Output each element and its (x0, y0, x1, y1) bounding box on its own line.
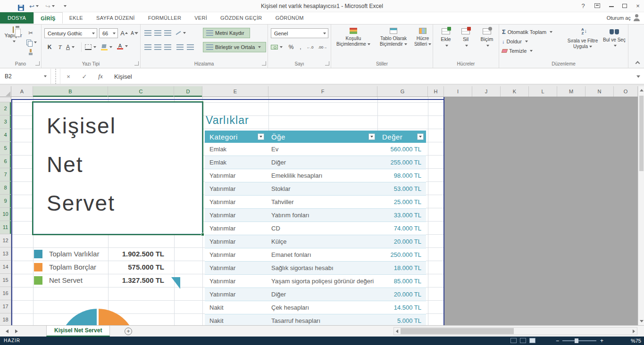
column-header[interactable]: G (377, 86, 428, 97)
table-header-deger[interactable]: Değer (377, 131, 426, 143)
column-header[interactable]: H (428, 86, 444, 97)
delete-cells-button[interactable]: Sil (458, 27, 474, 57)
sheet-nav-left-button[interactable] (6, 329, 8, 333)
new-sheet-button[interactable]: + (125, 328, 132, 335)
column-header[interactable]: L (529, 86, 557, 97)
zoom-level[interactable]: %75 (631, 338, 641, 344)
fill-button[interactable]: ↓Doldur (502, 37, 563, 45)
ribbon-tab[interactable]: SAYFA DÜZENİ (90, 12, 142, 24)
zoom-slider-thumb[interactable] (575, 338, 578, 343)
column-header[interactable]: E (202, 86, 268, 97)
insert-cells-button[interactable]: Ekle (437, 27, 455, 57)
format-cells-button[interactable]: Biçim (477, 27, 497, 57)
row-header[interactable]: 7 (0, 168, 11, 181)
column-header[interactable]: D (174, 86, 202, 97)
row-header[interactable]: 10 (0, 208, 11, 221)
align-center-button[interactable] (153, 42, 162, 52)
column-header[interactable]: A (11, 86, 33, 97)
align-right-button[interactable] (163, 42, 172, 52)
underline-button[interactable]: A (66, 42, 75, 52)
table-row[interactable]: Yatırımlar Sağlık sigortası hesabı 18.00… (205, 262, 426, 275)
row-header[interactable]: 8 (0, 181, 11, 195)
column-header[interactable]: K (501, 86, 529, 97)
page-break-view-button[interactable] (529, 338, 535, 343)
sheet-tab-active[interactable]: Kişisel Net Servet (46, 326, 110, 337)
find-select-button[interactable]: Bul ve Seç (602, 26, 627, 58)
row-header[interactable]: 4 (0, 129, 11, 142)
column-header[interactable]: C (108, 86, 174, 97)
align-top-button[interactable] (143, 28, 152, 38)
font-name-combo[interactable]: Century Gothic (44, 28, 97, 38)
cancel-button[interactable]: × (60, 69, 76, 84)
ribbon-tab[interactable]: GİRİŞ (33, 12, 62, 24)
alignment-dialog-launcher[interactable] (262, 61, 266, 66)
close-button[interactable]: × (631, 0, 644, 12)
column-header[interactable]: M (557, 86, 585, 97)
zoom-out-button[interactable]: − (556, 337, 559, 344)
row-header[interactable]: 6 (0, 155, 11, 168)
name-box[interactable]: B2 (0, 69, 51, 84)
vertical-scrollbar[interactable] (638, 86, 644, 325)
sheet-nav-right-button[interactable] (15, 329, 18, 333)
increase-decimal-button[interactable]: ←.0 (306, 42, 314, 52)
increase-indent-button[interactable] (186, 42, 194, 52)
filter-button[interactable] (368, 133, 375, 140)
minimize-button[interactable] (605, 0, 618, 12)
row-header[interactable]: 5 (0, 142, 11, 155)
selected-title-cell[interactable]: KişiselNetServet (33, 102, 202, 234)
table-row[interactable]: Yatırımlar Emanet fonları 250.000 TL (205, 248, 426, 262)
font-dialog-launcher[interactable] (134, 61, 139, 66)
page-layout-view-button[interactable] (520, 338, 526, 343)
table-row[interactable]: Yatırımlar Yaşam sigorta poliçesi görünü… (205, 275, 426, 288)
clear-button[interactable]: Temizle (502, 47, 563, 55)
row-header[interactable]: 11 (0, 221, 11, 234)
bold-button[interactable]: K (45, 42, 54, 52)
comma-style-button[interactable]: , (296, 42, 305, 52)
formula-input[interactable]: Kişisel (109, 69, 633, 84)
clipboard-dialog-launcher[interactable] (35, 61, 40, 66)
decrease-font-button[interactable]: A (130, 28, 139, 38)
scroll-up-icon[interactable] (640, 89, 644, 91)
ribbon-display-options-button[interactable] (591, 0, 604, 12)
horizontal-scroll-thumb[interactable] (401, 328, 514, 334)
table-row[interactable]: Yatırımlar Külçe 20.000 TL (205, 235, 426, 248)
horizontal-scrollbar[interactable] (393, 327, 637, 335)
number-format-combo[interactable]: Genel (271, 28, 328, 38)
font-color-button[interactable]: A (117, 41, 128, 51)
fill-color-button[interactable] (101, 42, 112, 52)
scroll-down-icon[interactable] (640, 320, 644, 322)
collapse-ribbon-button[interactable] (634, 59, 641, 66)
table-header-kategori[interactable]: Kategori (205, 131, 267, 143)
row-header[interactable]: 2 (0, 102, 11, 115)
orientation-button[interactable] (176, 28, 186, 38)
table-row[interactable]: Nakit Çek hesapları 14.500 TL (205, 301, 426, 314)
scroll-left-icon[interactable] (396, 329, 398, 333)
ribbon-tab[interactable]: EKLE (63, 12, 90, 24)
column-header[interactable]: F (268, 86, 377, 97)
cut-button[interactable]: ✂ (26, 28, 35, 38)
insert-function-button[interactable]: fx (92, 69, 109, 84)
enter-button[interactable]: ✓ (76, 69, 92, 84)
align-left-button[interactable] (143, 42, 152, 52)
column-header[interactable]: O (614, 86, 638, 97)
table-row[interactable]: Yatırımlar Tahviller 25.000 TL (205, 196, 426, 209)
zoom-slider[interactable] (562, 340, 596, 341)
ribbon-tab[interactable]: FORMÜLLER (142, 12, 188, 24)
accounting-format-button[interactable] (271, 42, 283, 52)
row-header[interactable]: 13 (0, 247, 11, 261)
vertical-scroll-thumb[interactable] (639, 96, 644, 171)
format-painter-button[interactable] (26, 47, 35, 57)
table-row[interactable]: Yatırımlar Diğer 20.000 TL (205, 288, 426, 301)
table-row[interactable]: Emlak Diğer 255.000 TL (205, 156, 426, 169)
ribbon-tab[interactable]: DOSYA (0, 12, 33, 24)
column-header[interactable]: B (33, 86, 108, 97)
cell-styles-button[interactable]: Hücre Stilleri (413, 26, 432, 58)
conditional-formatting-button[interactable]: Koşullu Biçimlendirme (333, 26, 374, 58)
format-as-table-button[interactable]: Tablo Olarak Biçimlendir (375, 26, 412, 58)
filter-button[interactable] (417, 133, 424, 140)
worksheet-grid[interactable]: KişiselNetServet Toplam Varlıklar 1.902.… (11, 97, 638, 325)
scroll-right-icon[interactable] (633, 329, 635, 333)
font-size-combo[interactable]: 66 (99, 28, 118, 38)
selection-fill-handle[interactable] (201, 233, 204, 236)
copy-button[interactable] (26, 38, 37, 47)
